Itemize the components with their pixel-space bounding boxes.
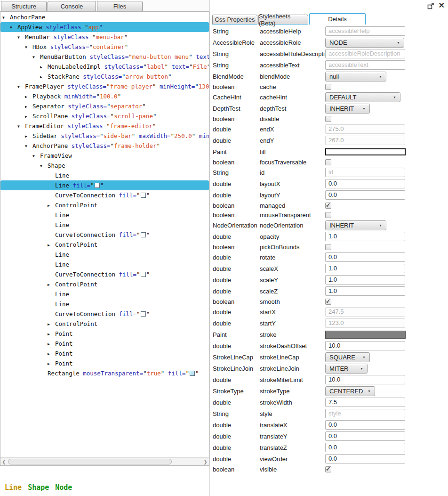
prop-input-scaleZ[interactable]: 1.0 [325,286,405,296]
tree-node-point[interactable]: ▶Point [0,349,209,358]
tree-node-controlpoint[interactable]: ▶ControlPoint [0,319,209,329]
tab-css-properties[interactable]: Css Properties [212,15,257,24]
close-icon[interactable]: ✕ [439,1,445,10]
prop-input-accessibleRoleDescription[interactable]: accessibleRoleDescription [325,49,405,58]
scroll-right-icon[interactable]: ❯ [202,458,209,465]
disclosure-open-icon[interactable]: ▼ [17,33,25,42]
disclosure-open-icon[interactable]: ▼ [17,82,25,91]
disclosure-closed-icon[interactable]: ▶ [48,349,55,358]
disclosure-open-icon[interactable]: ▼ [40,161,48,171]
tree-node-separator[interactable]: ▶Separator styleClass="separator" [0,101,209,111]
tree-node-menulabeledimpl[interactable]: ▶MenuLabeledImpl styleClass="label" text… [0,62,209,72]
breadcrumb-item-node[interactable]: Node [55,483,72,492]
prop-checkbox-mouseTransparent[interactable] [325,212,331,218]
disclosure-closed-icon[interactable]: ▶ [25,92,32,101]
disclosure-open-icon[interactable]: ▼ [10,23,17,32]
prop-input-accessibleHelp[interactable]: accessibleHelp [325,26,405,36]
tree-node-frameplayer[interactable]: ▼FramePlayer styleClass="frame-player" m… [0,81,209,91]
disclosure-closed-icon[interactable]: ▶ [48,319,55,329]
prop-input-id[interactable]: id [325,168,405,177]
tree-node-rectangle[interactable]: Rectangle mouseTransparent="true" fill="… [0,368,209,378]
tree-node-menubarbutton[interactable]: ▼MenuBarButton styleClass="menu-button m… [0,52,209,62]
disclosure-open-icon[interactable]: ▼ [32,52,40,62]
breadcrumb-item-line[interactable]: Line [5,483,22,492]
tree-node-menubar[interactable]: ▼MenuBar styleClass="menu-bar" [0,32,209,42]
tree-node-playback[interactable]: ▶Playback minWidth="100.0" [0,91,209,101]
prop-input-strokeWidth[interactable]: 7.5 [325,398,405,407]
tree-node-point[interactable]: ▶Point [0,358,209,368]
prop-input-strokeDashOffset[interactable]: 10.0 [325,341,405,350]
prop-input-strokeMiterLimit[interactable]: 10.0 [325,375,405,384]
disclosure-open-icon[interactable]: ▼ [25,141,32,151]
tree-node-anchorpane[interactable]: ▼AnchorPane styleClass="frame-holder" [0,141,209,151]
prop-dropdown-cacheHint[interactable]: DEFAULT▼ [325,92,400,102]
prop-dropdown-accessibleRole[interactable]: NODE▼ [325,38,404,48]
tree-node-frameeditor[interactable]: ▼FrameEditor styleClass="frame-editor" [0,121,209,131]
scrollbar-thumb[interactable] [8,459,172,464]
prop-color-swatch-fill[interactable] [325,148,406,155]
disclosure-closed-icon[interactable]: ▶ [48,329,55,339]
prop-input-viewOrder[interactable]: 0.0 [325,454,405,463]
prop-checkbox-smooth[interactable]: ✓ [325,299,331,305]
disclosure-open-icon[interactable]: ▼ [32,151,40,161]
prop-checkbox-managed[interactable]: ✓ [325,203,331,209]
prop-checkbox-disable[interactable] [325,116,331,122]
tree-node-line[interactable]: Line [0,210,209,220]
disclosure-open-icon[interactable]: ▼ [2,13,10,22]
tab-stylesheets[interactable]: Stylesheets (Beta) [258,15,308,24]
prop-dropdown-strokeLineJoin[interactable]: MITER▼ [325,364,368,374]
tab-files[interactable]: Files [97,1,143,11]
disclosure-closed-icon[interactable]: ▶ [48,280,55,289]
prop-checkbox-pickOnBounds[interactable] [325,244,331,250]
prop-input-layoutX[interactable]: 0.0 [325,179,405,188]
prop-checkbox-focusTraversable[interactable] [325,159,331,165]
prop-input-layoutY[interactable]: 0.0 [325,190,405,200]
prop-dropdown-blendMode[interactable]: null▼ [325,72,386,81]
prop-dropdown-depthTest[interactable]: INHERIT▼ [325,104,370,114]
prop-dropdown-nodeOrientation[interactable]: INHERIT▼ [325,220,386,230]
prop-checkbox-visible[interactable]: ✓ [325,466,331,472]
tree-node-sidebar[interactable]: ▶SideBar styleClass="side-bar" maxWidth=… [0,131,209,141]
tab-structure[interactable]: Structure [1,1,47,11]
prop-input-accessibleText[interactable]: accessibleText [325,60,405,70]
prop-input-translateZ[interactable]: 0.0 [325,443,405,452]
disclosure-closed-icon[interactable]: ▶ [25,131,32,141]
tree-node-frameview[interactable]: ▼FrameView [0,151,209,161]
tree-node-point[interactable]: ▶Point [0,339,209,349]
prop-color-swatch-stroke[interactable] [325,331,406,339]
tree-node-line[interactable]: Line [0,260,209,269]
disclosure-closed-icon[interactable]: ▶ [48,339,55,349]
disclosure-closed-icon[interactable]: ▶ [40,72,48,81]
tree-node-stackpane[interactable]: ▶StackPane styleClass="arrow-button" [0,72,209,81]
disclosure-closed-icon[interactable]: ▶ [40,62,48,72]
prop-dropdown-strokeLineCap[interactable]: SQUARE▼ [325,352,370,362]
tree-node-shape[interactable]: ▼Shape [0,161,209,171]
disclosure-open-icon[interactable]: ▼ [17,122,25,131]
disclosure-open-icon[interactable]: ▼ [25,42,32,52]
tree-node-appview[interactable]: ▼AppView styleClass="app" [0,22,209,32]
prop-input-rotate[interactable]: 0.0 [325,252,405,262]
tree-node-line[interactable]: Line [0,299,209,309]
popout-icon[interactable] [427,2,435,10]
tree-node-line[interactable]: Line [0,250,209,260]
tree-node-curvetoconnection[interactable]: CurveToConnection fill="" [0,230,209,240]
tree-node-line[interactable]: Line [0,220,209,230]
tree-node-controlpoint[interactable]: ▶ControlPoint [0,200,209,210]
tree-node-controlpoint[interactable]: ▶ControlPoint [0,240,209,250]
prop-checkbox-cache[interactable] [325,84,331,90]
disclosure-closed-icon[interactable]: ▶ [25,112,32,121]
prop-input-opacity[interactable]: 1.0 [325,232,405,241]
tree-node-line[interactable]: Line [0,171,209,180]
tree-node-point[interactable]: ▶Point [0,329,209,339]
tab-console[interactable]: Console [48,1,96,11]
disclosure-closed-icon[interactable]: ▶ [48,240,55,250]
tab-details[interactable]: Details [309,13,366,24]
prop-dropdown-strokeType[interactable]: CENTERED▼ [325,386,375,396]
prop-input-translateY[interactable]: 0.0 [325,431,405,441]
tree-node-scrollpane[interactable]: ▶ScrollPane styleClass="scroll-pane" [0,111,209,121]
prop-input-scaleY[interactable]: 1.0 [325,275,405,285]
prop-input-translateX[interactable]: 0.0 [325,420,405,430]
tree-node-curvetoconnection[interactable]: CurveToConnection fill="" [0,309,209,319]
disclosure-closed-icon[interactable]: ▶ [48,201,55,210]
tree-node-anchorpane[interactable]: ▼AnchorPane [0,12,209,22]
